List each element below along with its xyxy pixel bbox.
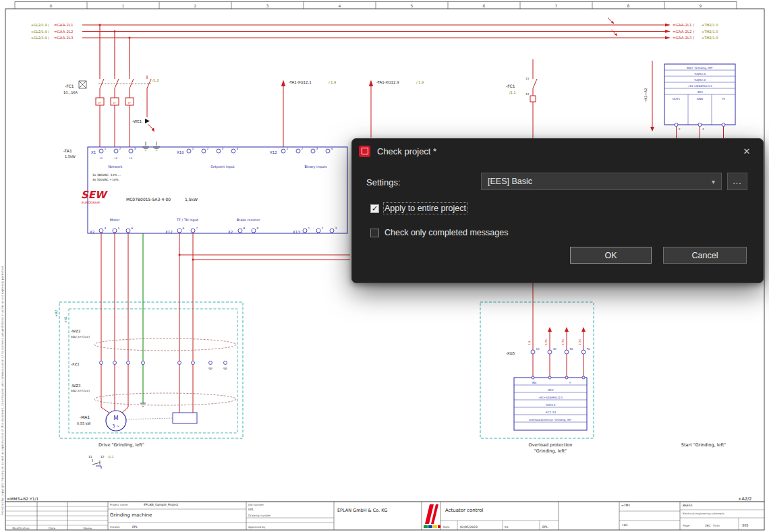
- motor-tag: -MA1: [80, 415, 90, 419]
- cable-type: 4G2,5+(2x1): [71, 335, 90, 338]
- terminal-number: 3: [222, 147, 224, 150]
- dialog-titlebar[interactable]: Check project * ✕: [352, 139, 763, 163]
- doc-code: B&FS1: [683, 504, 693, 507]
- page-number: 261: [705, 524, 711, 527]
- editor-value: EPL.: [542, 525, 549, 529]
- field-label: Page: [683, 524, 690, 527]
- terminal-number: 1: [192, 147, 194, 150]
- cable-type: 4G2,5+(2x1): [71, 389, 90, 392]
- plc-io: +: [569, 381, 571, 384]
- checkbox-apply-entire-project[interactable]: ✓: [370, 204, 379, 213]
- check-only-completed-row[interactable]: Check only completed messages: [370, 228, 508, 237]
- ruler-number: 7: [555, 3, 558, 8]
- plc-io: IN4: [532, 381, 536, 384]
- connector-page-ref: / 1.9: [329, 80, 336, 84]
- function-caption: Drive "Grinding, left": [98, 442, 144, 448]
- breaker-ref: /1.1: [509, 90, 516, 94]
- ruler-number: 5: [411, 3, 414, 8]
- function-caption: Start "Grinding, left": [681, 442, 726, 448]
- terminal-strip: X12: [270, 150, 277, 154]
- terminal-number: 3: [335, 227, 337, 230]
- rail-label: =GAA-2L1: [54, 23, 73, 27]
- wire-gauge: 2,5: [528, 341, 531, 345]
- section-label: Brake resistor: [237, 218, 261, 222]
- eplan-app-icon-glyph: [362, 148, 368, 154]
- terminal-number: 2: [302, 147, 304, 150]
- rail-dest-ref: =TM2/1.0: [702, 30, 718, 34]
- ruler: 0 1 2 3 4 5 6 7 8 9: [15, 2, 737, 9]
- eplan-app-icon: [359, 146, 370, 157]
- apply-entire-project-row[interactable]: ✓ Apply to entire project: [370, 204, 466, 213]
- section-label: Binary inputs: [304, 165, 327, 169]
- apply-entire-project-label: Apply to entire project: [384, 204, 466, 213]
- box-row: %QX2.0: [694, 72, 706, 76]
- terminal-number: 1: [287, 147, 289, 150]
- terminal-number: 3: [134, 147, 136, 150]
- job-number: 001: [248, 508, 254, 511]
- terminal-number: 1: [308, 227, 310, 230]
- trip-symbol: I>: [98, 101, 102, 105]
- location-label: +X1: [64, 316, 67, 323]
- cross-ref-bottom-left: =MM3+B2.Y1/1: [7, 496, 39, 501]
- terminal-strip: X2: [90, 230, 94, 234]
- terminal-strip: X2: [228, 230, 233, 234]
- ruler-number: 2: [194, 3, 197, 8]
- structure-a1: +A1: [621, 523, 628, 527]
- box-row: -XE2: [547, 388, 554, 392]
- function-caption: Overload protection: [529, 442, 573, 448]
- box-row: -FC1:14: [545, 411, 557, 414]
- check-only-completed-label: Check only completed messages: [384, 228, 508, 237]
- terminal-number: 4: [105, 227, 107, 230]
- trip-symbol: I>: [113, 101, 117, 105]
- rail-label: =GAA-2L1 /: [673, 23, 694, 27]
- close-icon[interactable]: ✕: [737, 146, 756, 156]
- device-tag: -TA1: [63, 148, 72, 153]
- terminal-number: 2: [119, 147, 121, 150]
- connector-page-ref: / 1.9: [416, 80, 424, 84]
- field-label: Approved by: [248, 525, 266, 529]
- checkbox-check-only-completed[interactable]: [370, 229, 379, 237]
- ruler-number: 4: [339, 3, 341, 8]
- rail-source-ref: =GL2/1.9 /: [31, 23, 49, 27]
- ruler-number: 6: [483, 3, 486, 8]
- function-caption: "Grinding, left": [534, 448, 567, 454]
- contact-number: 13: [525, 77, 530, 80]
- breaker-name: -FC1: [65, 84, 74, 88]
- field-label: Modification: [12, 527, 30, 530]
- breaker-name: -FC1: [506, 84, 515, 88]
- terminal-number: 3: [316, 147, 318, 150]
- we1-label: -WE1: [132, 119, 142, 123]
- ruler-number: 1: [122, 3, 125, 8]
- field-label: Name: [84, 527, 92, 530]
- section-label: Motor: [110, 218, 120, 222]
- drive-ta1: -TA1 1,5kW X1 1 2 3 L1 L2 L3 X10 1 2 3 4…: [63, 142, 347, 234]
- breaker-range: 10...16A: [63, 90, 78, 94]
- voltage-note: 3x 500VAC +10%: [92, 178, 119, 181]
- drawing-title: Actuator control: [445, 508, 483, 513]
- doc-subtitle: Electrical engineering schematic: [683, 512, 724, 515]
- rail-dest-ref: =TM2/1.0: [702, 23, 718, 27]
- rail-source-ref: =GL2/1.9 /: [31, 30, 49, 34]
- rail-label: =GAA-2L3 /: [673, 36, 694, 40]
- settings-select[interactable]: [EES] Basic ▾: [481, 173, 722, 190]
- settings-label: Settings:: [366, 177, 401, 187]
- brand-logo-sub: EURODRIVE: [82, 201, 100, 204]
- field-label: Project name: [110, 503, 128, 506]
- cancel-button[interactable]: Cancel: [663, 247, 747, 264]
- terminal-number: 4: [331, 147, 333, 150]
- browse-button[interactable]: ...: [727, 173, 747, 190]
- box-row: =K1+A2&EFA1/1.5: [687, 84, 712, 88]
- company-name: EPLAN GmbH & Co. KG: [337, 508, 388, 513]
- terminal-number: 1: [105, 147, 107, 150]
- terminal-strip-tag: -XZ1: [71, 362, 80, 366]
- box-col: FE: [722, 97, 725, 100]
- ruler-number: 9: [700, 3, 702, 8]
- date-value: 02/05/2023: [460, 525, 478, 529]
- aux-cross-ref: /1.2: [152, 78, 159, 82]
- terminal-number: 50: [570, 347, 574, 351]
- chevron-down-icon[interactable]: ▾: [707, 178, 720, 185]
- contact-ref: /1.2: [108, 455, 114, 459]
- terminal-strip: X12: [165, 230, 173, 234]
- check-project-dialog: Check project * ✕ Settings: [EES] Basic …: [351, 138, 764, 283]
- ok-button[interactable]: OK: [570, 247, 652, 264]
